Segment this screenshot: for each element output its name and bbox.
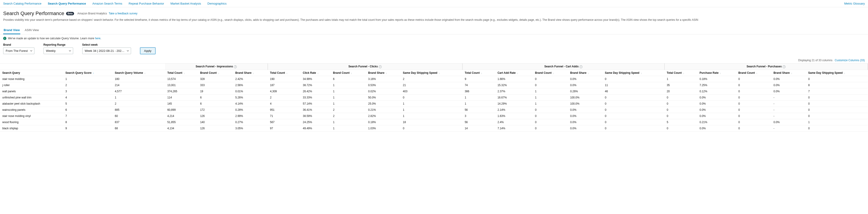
chevron-down-icon <box>30 49 32 53</box>
table-cell: 0.0% <box>697 125 736 131</box>
col-ca-brand-share[interactable]: Brand Share↓ <box>568 70 602 76</box>
table-cell: 13,574 <box>165 76 198 82</box>
table-cell: 0 <box>602 94 664 101</box>
table-cell: wood flooring <box>0 119 63 125</box>
table-cell: 7.14% <box>495 125 533 131</box>
tab-brand-view[interactable]: Brand View <box>3 26 20 34</box>
col-sq-score[interactable]: Search Query Score↑ <box>63 70 113 76</box>
table-cell: 15.32% <box>495 82 533 88</box>
table-row[interactable]: wall panels34,577374,265190.01%4,30926.4… <box>0 88 868 94</box>
table-cell: 180 <box>113 76 165 82</box>
table-cell: 3 <box>462 113 495 119</box>
col-p-brand-share[interactable]: Brand Share↓ <box>771 70 806 76</box>
nav-link-query[interactable]: Search Query Performance <box>48 2 86 5</box>
col-ca-total[interactable]: Total Count↓ <box>462 70 495 76</box>
sort-desc-icon: ↓ <box>145 72 146 75</box>
table-cell: 9 <box>462 76 495 82</box>
col-ca-rate[interactable]: Cart Add Rate↓ <box>495 70 533 76</box>
sort-desc-icon: ↓ <box>756 72 757 75</box>
col-clk-rate[interactable]: Click Rate↓ <box>301 70 331 76</box>
table-cell: 2.56% <box>233 82 268 88</box>
apply-button[interactable]: Apply <box>140 48 155 54</box>
customize-columns-link[interactable]: Customize Columns (33) <box>835 59 865 62</box>
table-cell: 0.0% <box>697 94 736 101</box>
col-label: Brand Count <box>738 71 755 75</box>
table-cell: 126 <box>198 125 233 131</box>
table-cell: 0.0% <box>568 82 602 88</box>
table-row[interactable]: stair nose molding vinyl7604,2141262.99%… <box>0 113 868 119</box>
table-cell: 0 <box>664 101 697 107</box>
nav-link-search-terms[interactable]: Amazon Search Terms <box>92 2 122 5</box>
table-cell: 7 <box>63 113 113 119</box>
table-cell: 0 <box>401 94 462 101</box>
table-container[interactable]: Search Funnel - Impressionsi Search Funn… <box>0 63 868 132</box>
col-sq-volume[interactable]: Search Query Volume↓ <box>113 70 165 76</box>
table-cell: 4,134 <box>165 125 198 131</box>
table-cell: 25.0% <box>366 101 400 107</box>
table-row[interactable]: unfinished pine wall trim4111465.26%233.… <box>0 94 868 101</box>
col-search-query[interactable]: Search Query <box>0 70 63 76</box>
table-cell: 0 <box>806 107 868 113</box>
nav-link-repeat-purchase[interactable]: Repeat Purchase Behavior <box>129 2 164 5</box>
table-cell: 837 <box>113 119 165 125</box>
table-cell: 4,214 <box>165 113 198 119</box>
col-ca-same-day[interactable]: Same Day Shipping Speed↓ <box>602 70 664 76</box>
table-cell: 0 <box>533 113 568 119</box>
table-cell: 60 <box>113 113 165 119</box>
table-cell: 56 <box>462 107 495 113</box>
brand-label: Brand <box>3 43 34 46</box>
table-row[interactable]: j roller221413,0013332.56%18738.72%10.53… <box>0 82 868 88</box>
metric-glossary-link[interactable]: Metric Glossary <box>844 2 865 5</box>
table-cell: 0.21% <box>697 119 736 125</box>
table-cell: 0.27% <box>233 119 268 125</box>
brand-dropdown[interactable]: From The Forest <box>3 48 34 54</box>
table-cell: 13,001 <box>165 82 198 88</box>
col-p-brand-count[interactable]: Brand Count↓ <box>736 70 771 76</box>
table-cell: 0.0% <box>697 113 736 119</box>
table-cell: 3.05% <box>233 125 268 131</box>
info-icon[interactable]: i <box>379 65 382 68</box>
col-clk-total[interactable]: Total Count↓ <box>268 70 301 76</box>
table-cell: 0 <box>806 101 868 107</box>
col-p-rate[interactable]: Purchase Rate↓ <box>697 70 736 76</box>
week-dropdown[interactable]: Week 34 | 2022-08-21 - 202… <box>82 48 131 54</box>
col-clk-brand-count[interactable]: Brand Count↓ <box>331 70 366 76</box>
col-imp-brand-count[interactable]: Brand Count↓ <box>198 70 233 76</box>
page-header: Search Query Performance Beta Amazon Bra… <box>0 7 868 24</box>
breadcrumb-text: Amazon Brand Analytics <box>77 12 107 15</box>
table-row[interactable]: alabaster peel stick backsplash5214564.1… <box>0 101 868 107</box>
table-cell: 0.18% <box>366 119 400 125</box>
table-row[interactable]: wood flooring883751,8551400.27%56724.25%… <box>0 119 868 125</box>
table-row[interactable]: wainscoting panels688560,8991720.28%9513… <box>0 107 868 113</box>
info-icon[interactable]: i <box>580 65 583 68</box>
table-cell: 0 <box>736 76 771 82</box>
tab-asin-view[interactable]: ASIN View <box>24 26 39 34</box>
feedback-link[interactable]: Take a feedback survey <box>109 12 137 15</box>
table-cell: 6 <box>198 101 233 107</box>
nav-link-catalog[interactable]: Search Catalog Performance <box>3 2 41 5</box>
table-cell: 6 <box>198 94 233 101</box>
col-clk-same-day[interactable]: Same Day Shipping Speed↓ <box>401 70 462 76</box>
col-ca-brand-count[interactable]: Brand Count↓ <box>533 70 568 76</box>
table-cell: 0 <box>533 119 568 125</box>
table-cell: 2 <box>268 94 301 101</box>
table-row[interactable]: black shiplap9684,1341263.05%9749.49%11.… <box>0 125 868 131</box>
col-label: Brand Count <box>333 71 349 75</box>
table-cell: 2 <box>113 101 165 107</box>
table-cell: 3 <box>63 88 113 94</box>
info-icon[interactable]: i <box>782 65 785 68</box>
col-p-same-day[interactable]: Same Day Shipping Speed↓ <box>806 70 868 76</box>
col-clk-brand-share[interactable]: Brand Share↓ <box>366 70 400 76</box>
nav-link-demographics[interactable]: Demographics <box>207 2 226 5</box>
table-cell: 60,899 <box>165 107 198 113</box>
range-dropdown[interactable]: Weekly <box>43 48 73 54</box>
banner-learn-more-link[interactable]: here <box>95 37 100 40</box>
filter-row: Brand From The Forest Reporting Range We… <box>0 42 868 57</box>
nav-link-market-basket[interactable]: Market Basket Analysis <box>170 2 201 5</box>
sort-desc-icon: ↓ <box>253 72 254 75</box>
info-icon[interactable]: i <box>234 65 237 68</box>
col-imp-total[interactable]: Total Count↓ <box>165 70 198 76</box>
table-row[interactable]: stair nose molding118013,5743282.42%1903… <box>0 76 868 82</box>
col-imp-brand-share[interactable]: Brand Share↓ <box>233 70 268 76</box>
col-p-total[interactable]: Total Count↓ <box>664 70 697 76</box>
